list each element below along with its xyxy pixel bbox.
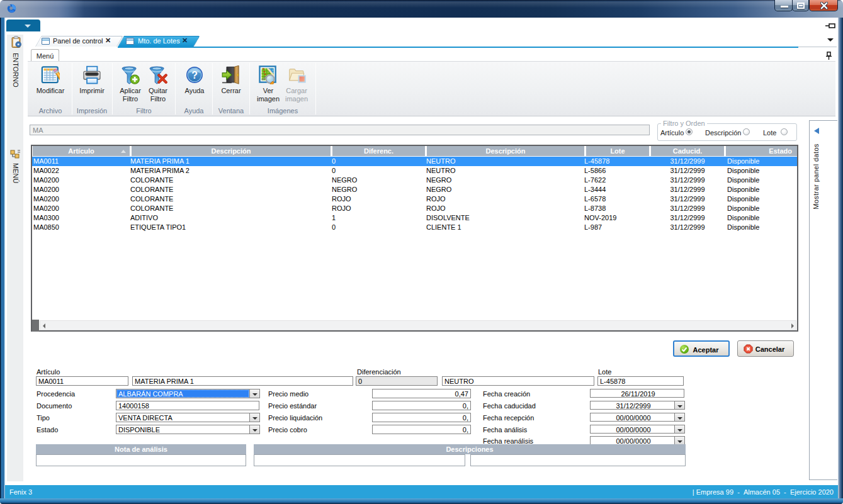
- svg-text:?: ?: [191, 70, 198, 81]
